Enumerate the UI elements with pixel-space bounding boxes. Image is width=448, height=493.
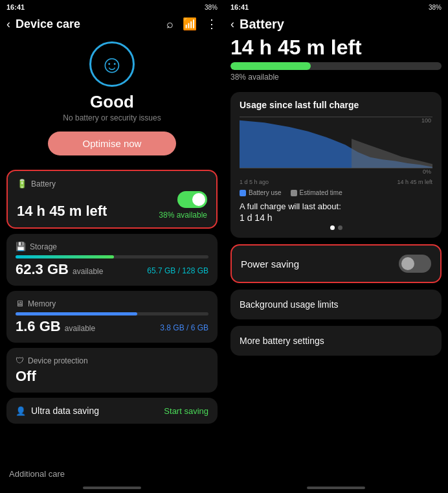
dot-2 bbox=[338, 225, 342, 230]
chart-label-end: 14 h 45 m left bbox=[397, 179, 432, 185]
chart-label-start: 1 d 5 h ago bbox=[240, 179, 269, 185]
more-battery-card[interactable]: More battery settings bbox=[230, 326, 442, 356]
status-label: Good bbox=[90, 92, 134, 112]
full-charge-label: A full charge will last about: bbox=[240, 201, 432, 211]
left-time: 16:41 bbox=[6, 3, 25, 11]
storage-card-header: 💾 Storage bbox=[16, 242, 208, 251]
battery-label: Battery bbox=[31, 179, 56, 189]
background-usage-card[interactable]: Background usage limits bbox=[230, 290, 442, 319]
usage-card: Usage since last full charge 100 0% 1 d … bbox=[230, 92, 442, 238]
legend-blue-dot bbox=[240, 190, 246, 196]
ultra-label: Ultra data saving bbox=[31, 406, 164, 416]
chart-0-label: 0% bbox=[240, 168, 432, 175]
battery-time-section: 14 h 45 m left 38% available bbox=[230, 36, 442, 86]
more-battery-label: More battery settings bbox=[240, 336, 324, 346]
memory-bar-fill bbox=[16, 312, 137, 315]
chart-labels: 1 d 5 h ago 14 h 45 m left bbox=[240, 179, 432, 185]
right-top-bar: ‹ Battery bbox=[224, 14, 448, 36]
left-battery-pct: 38% bbox=[205, 4, 218, 11]
storage-bar-fill bbox=[16, 255, 114, 258]
right-battery-pct: 38% bbox=[429, 4, 442, 11]
right-time: 16:41 bbox=[230, 3, 249, 11]
more-icon[interactable]: ⋮ bbox=[206, 17, 218, 31]
chart-legend: Battery use Estimated time bbox=[240, 189, 432, 196]
chart-100-label: 100 bbox=[240, 117, 432, 124]
right-back-button[interactable]: ‹ bbox=[230, 17, 234, 31]
additional-care-label: Additional care bbox=[0, 463, 224, 483]
protection-label: Device protection bbox=[28, 356, 88, 365]
right-status-icons: 38% bbox=[429, 4, 442, 11]
battery-progress-bar bbox=[230, 62, 442, 70]
battery-card-header: 🔋 Battery bbox=[17, 179, 207, 189]
protection-icon: 🛡 bbox=[16, 356, 24, 365]
cards-section: 🔋 Battery 14 h 45 m left 38% available 💾… bbox=[0, 165, 224, 463]
memory-icon: 🖥 bbox=[16, 299, 24, 308]
battery-card-row: 14 h 45 m left 38% available bbox=[17, 191, 207, 220]
right-panel: 16:41 38% ‹ Battery 14 h 45 m left 38% a… bbox=[224, 0, 448, 493]
left-status-icons: 38% bbox=[205, 4, 218, 11]
memory-used: 3.8 GB / 6 GB bbox=[160, 318, 208, 335]
storage-label: Storage bbox=[30, 242, 57, 251]
power-saving-toggle[interactable] bbox=[399, 255, 431, 273]
battery-available: 38% available bbox=[159, 211, 207, 220]
memory-bar-bg bbox=[16, 312, 208, 315]
memory-label: Memory bbox=[28, 299, 56, 308]
legend-gray-dot bbox=[291, 190, 297, 196]
legend-battery-label: Battery use bbox=[249, 189, 282, 196]
left-back-button[interactable]: ‹ bbox=[6, 17, 10, 31]
legend-estimated: Estimated time bbox=[291, 189, 342, 196]
left-status-bar: 16:41 38% bbox=[0, 0, 224, 14]
protection-status: Off bbox=[16, 368, 208, 385]
full-charge-section: A full charge will last about: 1 d 14 h bbox=[240, 201, 432, 223]
power-saving-card[interactable]: Power saving bbox=[230, 244, 442, 283]
search-icon[interactable]: ⌕ bbox=[166, 17, 174, 31]
storage-card[interactable]: 💾 Storage 62.3 GB available 65.7 GB / 12… bbox=[6, 234, 218, 286]
right-status-bar: 16:41 38% bbox=[224, 0, 448, 14]
battery-icon: 🔋 bbox=[17, 179, 27, 189]
battery-card[interactable]: 🔋 Battery 14 h 45 m left 38% available bbox=[6, 170, 218, 229]
carousel-dots bbox=[240, 225, 432, 230]
optimise-button[interactable]: Optimise now bbox=[48, 132, 177, 155]
left-panel: 16:41 38% ‹ Device care ⌕ 📶 ⋮ ☺ Good No … bbox=[0, 0, 224, 493]
battery-time-left: 14 h 45 m left bbox=[17, 203, 107, 220]
memory-card[interactable]: 🖥 Memory 1.6 GB available 3.8 GB / 6 GB bbox=[6, 291, 218, 343]
storage-used: 65.7 GB / 128 GB bbox=[147, 261, 208, 278]
background-usage-label: Background usage limits bbox=[240, 299, 339, 310]
protection-header: 🛡 Device protection bbox=[16, 356, 208, 365]
storage-icon: 💾 bbox=[16, 242, 26, 251]
battery-time-display: 14 h 45 m left bbox=[230, 36, 442, 60]
right-title: Battery bbox=[240, 17, 442, 32]
battery-available-right: 38% available bbox=[230, 73, 442, 82]
storage-bar-bg bbox=[16, 255, 208, 258]
status-icon: ☺ bbox=[89, 41, 135, 87]
svg-marker-1 bbox=[352, 139, 432, 168]
protection-card[interactable]: 🛡 Device protection Off bbox=[6, 348, 218, 393]
battery-chart: 100 0% bbox=[240, 117, 432, 175]
hero-section: ☺ Good No battery or security issues Opt… bbox=[0, 35, 224, 165]
battery-fill bbox=[230, 62, 311, 70]
legend-battery-use: Battery use bbox=[240, 189, 282, 196]
left-top-bar: ‹ Device care ⌕ 📶 ⋮ bbox=[0, 14, 224, 35]
storage-values: 62.3 GB available 65.7 GB / 128 GB bbox=[16, 261, 208, 278]
right-nav-bar bbox=[307, 487, 365, 489]
right-main: 14 h 45 m left 38% available Usage since… bbox=[224, 36, 448, 483]
power-saving-label: Power saving bbox=[241, 258, 399, 269]
left-title: Device care bbox=[16, 17, 161, 31]
ultra-start-button[interactable]: Start saving bbox=[164, 406, 208, 416]
memory-values: 1.6 GB available 3.8 GB / 6 GB bbox=[16, 318, 208, 335]
battery-toggle[interactable] bbox=[177, 191, 207, 208]
left-nav-bar bbox=[83, 487, 141, 489]
usage-title: Usage since last full charge bbox=[240, 100, 432, 110]
status-subtitle: No battery or security issues bbox=[63, 113, 161, 122]
ultra-icon: 👤 bbox=[16, 406, 26, 416]
chart-icon[interactable]: 📶 bbox=[183, 17, 197, 31]
left-top-actions: ⌕ 📶 ⋮ bbox=[166, 17, 218, 31]
storage-free: 62.3 GB available bbox=[16, 261, 103, 278]
memory-card-header: 🖥 Memory bbox=[16, 299, 208, 308]
full-charge-value: 1 d 14 h bbox=[240, 212, 432, 223]
memory-free: 1.6 GB available bbox=[16, 318, 95, 335]
legend-estimated-label: Estimated time bbox=[300, 189, 342, 196]
ultra-data-card[interactable]: 👤 Ultra data saving Start saving bbox=[6, 398, 218, 424]
battery-chart-svg bbox=[240, 117, 432, 168]
dot-1 bbox=[330, 225, 335, 230]
